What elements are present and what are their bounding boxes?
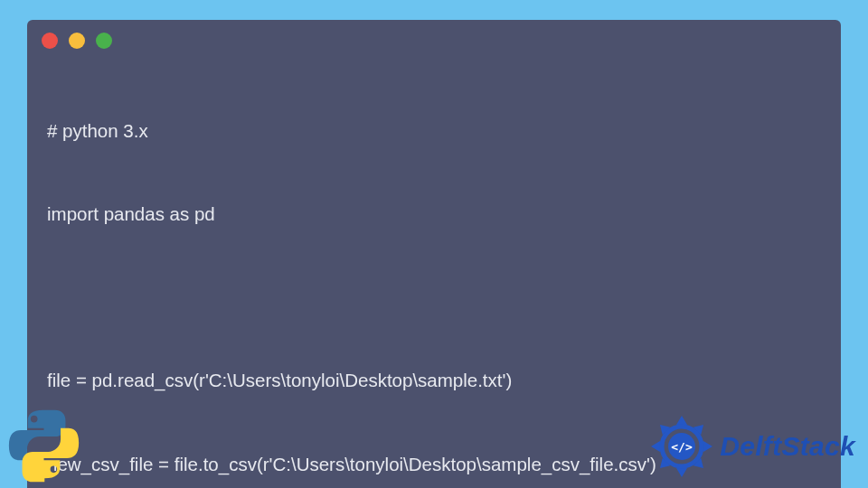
close-dot-icon xyxy=(42,33,58,49)
code-line: import pandas as pd xyxy=(47,201,821,229)
svg-marker-3 xyxy=(703,441,712,452)
maximize-dot-icon xyxy=(96,33,112,49)
svg-marker-0 xyxy=(676,416,687,425)
svg-text:</>: </> xyxy=(672,440,693,454)
code-line: file = pd.read_csv(r'C:\Users\tonyloi\De… xyxy=(47,367,821,395)
window-titlebar xyxy=(27,20,841,56)
code-line: # python 3.x xyxy=(47,117,821,145)
minimize-dot-icon xyxy=(69,33,85,49)
delftstack-badge-icon: </> xyxy=(649,414,714,479)
code-blank-line xyxy=(47,284,821,312)
svg-marker-2 xyxy=(651,441,660,452)
delftstack-name: DelftStack xyxy=(720,431,855,462)
delftstack-brand: </> DelftStack xyxy=(649,414,855,479)
python-logo-icon xyxy=(5,406,82,483)
svg-marker-1 xyxy=(676,468,687,477)
